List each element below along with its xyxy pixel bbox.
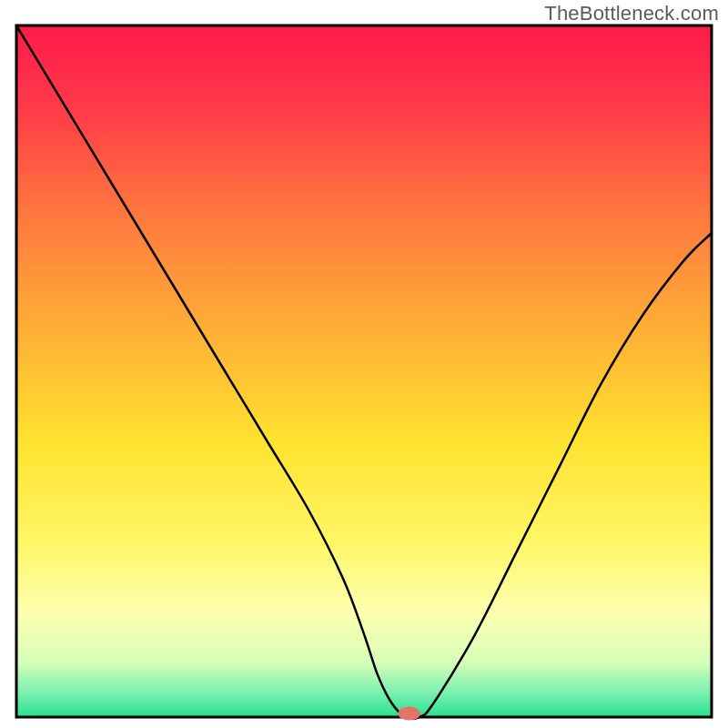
chart-container: TheBottleneck.com [0, 0, 728, 728]
bottleneck-chart [0, 0, 728, 728]
watermark-text: TheBottleneck.com [544, 2, 719, 25]
current-point-marker [398, 706, 420, 720]
